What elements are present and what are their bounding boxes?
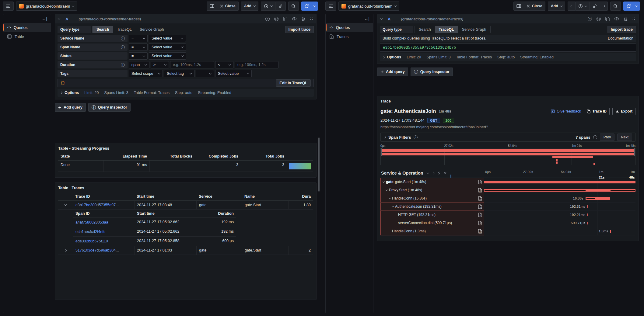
duration-lt-select[interactable]: < [215, 61, 233, 68]
documentation-link[interactable]: Documentation [608, 36, 633, 40]
chevron-down-icon[interactable] [383, 180, 385, 182]
trace-minimap[interactable]: 0µs 27.02s 54.04s 1m 21s 1m 48s [380, 144, 635, 165]
span-track[interactable]: 1.3ms [484, 227, 635, 235]
hide-response-icon[interactable] [614, 17, 619, 21]
trace-id-link[interactable]: 5176103de7d596ab304... [75, 248, 119, 252]
span-bar[interactable] [587, 205, 588, 208]
span-id-link[interactable]: ede332b6b575f110 [75, 239, 108, 243]
import-trace-button[interactable]: Import trace [607, 26, 636, 33]
span-track[interactable] [484, 186, 635, 194]
options-summary-row[interactable]: Options Limit: 20 Spans Limit: 3 Table F… [380, 53, 636, 61]
tag-value-select[interactable]: Select value [215, 70, 252, 77]
row-expander[interactable] [58, 201, 73, 210]
trace-id-link[interactable]: e3b17be300d57355a97... [75, 203, 119, 207]
span-name-cell[interactable]: gate gate.Start (1m 48s) LOG [380, 178, 484, 186]
span-row[interactable]: serverConnection.dial (599.71µs) LOG 599… [380, 219, 635, 227]
column-header[interactable]: Elapsed Time [103, 152, 149, 161]
copy-query-icon[interactable] [283, 17, 287, 21]
menu-button[interactable] [3, 2, 14, 11]
trace-id-button[interactable]: Trace ID [584, 108, 610, 115]
log-icon[interactable]: LOG [478, 196, 482, 201]
span-track[interactable]: 192.31ms [484, 203, 635, 211]
collapse-all-icon[interactable] [438, 172, 439, 175]
info-icon[interactable]: i [121, 63, 125, 67]
span-row[interactable]: AuthenticateJoin (192.31ms) LOG 192.31ms [380, 203, 635, 211]
help-icon[interactable]: ? [588, 17, 592, 21]
hide-response-icon[interactable] [292, 17, 297, 21]
export-button[interactable]: Export [612, 108, 635, 115]
add-query-button[interactable]: Add query [377, 68, 408, 76]
value-select[interactable]: Select value [149, 35, 186, 42]
tab-service-graph[interactable]: Service Graph [136, 26, 168, 33]
column-header[interactable]: Start time [135, 210, 197, 218]
span-name-cell[interactable]: HandleConn (16.86s) LOG [380, 194, 484, 203]
column-header[interactable]: Span ID [73, 210, 135, 218]
span-bar[interactable] [587, 214, 588, 216]
collapse-rail-button[interactable]: ←| [3, 16, 51, 23]
column-header[interactable]: Total Blocks [149, 152, 195, 161]
collapse-query-icon[interactable] [380, 17, 383, 19]
chevron-down-icon[interactable] [392, 205, 394, 207]
span-name-cell[interactable]: serverConnection.dial (599.71µs) LOG [380, 219, 484, 227]
column-header[interactable]: Trace ID [73, 193, 134, 201]
log-icon[interactable]: LOG [478, 188, 482, 193]
minimap-canvas[interactable] [380, 148, 635, 165]
query-editor-header[interactable]: A (grafanacloud-robinbraemer-traces) ? [377, 14, 639, 23]
options-summary-row[interactable]: Options Limit: 20 Spans Limit: 3 Table F… [58, 89, 314, 97]
log-icon[interactable]: LOG [478, 204, 482, 209]
expand-one-icon[interactable] [432, 172, 434, 174]
column-header[interactable]: Total Jobs [241, 152, 287, 161]
tab-traceql[interactable]: TraceQL [435, 26, 458, 33]
tab-search[interactable]: Search [93, 26, 113, 33]
query-editor-header[interactable]: A (grafanacloud-robinbraemer-traces) ? [55, 14, 316, 23]
span-name-cell[interactable]: Proxy.Start (1m 48s) LOG [380, 186, 484, 194]
span-row[interactable]: HTTP GET (192.21ms) LOG 192.21ms [380, 211, 635, 219]
tag-scope-select[interactable]: Select scope [129, 70, 163, 77]
duration-min-input[interactable] [170, 61, 214, 68]
traceql-query-input[interactable]: e3b17be300d57355a973c56133624b7b [380, 43, 636, 52]
span-row[interactable]: HandleConn (1.3ms) LOG 1.3ms [380, 227, 635, 235]
span-row[interactable]: HandleConn (16.86s) LOG 16.86s [380, 194, 635, 203]
remove-query-icon[interactable] [624, 17, 628, 21]
tab-traceql[interactable]: TraceQL [113, 26, 136, 33]
help-icon[interactable]: ? [265, 17, 270, 21]
chevron-down-icon[interactable] [386, 189, 388, 191]
info-icon[interactable]: i [121, 45, 125, 49]
span-row[interactable]: gate gate.Start (1m 48s) LOG [380, 178, 635, 186]
query-inspector-button[interactable]: i Query inspector [88, 103, 131, 112]
drag-handle-icon[interactable] [632, 17, 635, 21]
tab-service-graph[interactable]: Service Graph [458, 26, 490, 33]
rail-item-traces[interactable]: Traces [326, 32, 373, 41]
log-icon[interactable]: LOG [478, 229, 482, 234]
span-bar[interactable] [610, 230, 611, 233]
record-icon[interactable] [274, 17, 278, 21]
column-header[interactable]: Duration [197, 210, 236, 218]
operator-select[interactable]: = [129, 43, 148, 51]
value-select[interactable]: Select value [149, 52, 186, 60]
column-header[interactable]: Completed Jobs [195, 152, 241, 161]
operator-select[interactable]: = [129, 35, 148, 42]
info-icon[interactable]: i [121, 36, 125, 40]
span-track[interactable]: 16.86s [484, 194, 635, 203]
rail-item-table[interactable]: Table [3, 32, 51, 41]
drag-handle-icon[interactable] [310, 17, 313, 21]
column-resize-handle[interactable]: || [450, 174, 453, 178]
rail-item-queries[interactable]: <> Queries [3, 23, 51, 32]
log-icon[interactable]: LOG [478, 221, 482, 225]
remove-query-icon[interactable] [301, 17, 305, 21]
rail-item-queries[interactable]: <> Queries [326, 23, 373, 32]
import-trace-button[interactable]: Import trace [285, 26, 314, 33]
record-icon[interactable] [597, 17, 601, 21]
span-track[interactable] [484, 178, 635, 186]
collapse-rail-button[interactable]: ←| [326, 16, 373, 23]
span-id-link[interactable]: ecb1aecfcd2f4efc [75, 230, 105, 234]
chevron-down-icon[interactable] [389, 197, 391, 199]
column-header[interactable]: Start time [134, 193, 196, 201]
menu-button[interactable] [325, 2, 336, 11]
tag-operator-select[interactable]: = [196, 70, 214, 77]
span-name-cell[interactable]: AuthenticateJoin (192.31ms) LOG [380, 203, 484, 211]
chevron-right-icon[interactable] [383, 136, 386, 138]
column-header[interactable]: State [58, 152, 103, 161]
info-icon[interactable]: i [414, 135, 418, 139]
pane-scrollbar[interactable] [318, 137, 320, 192]
